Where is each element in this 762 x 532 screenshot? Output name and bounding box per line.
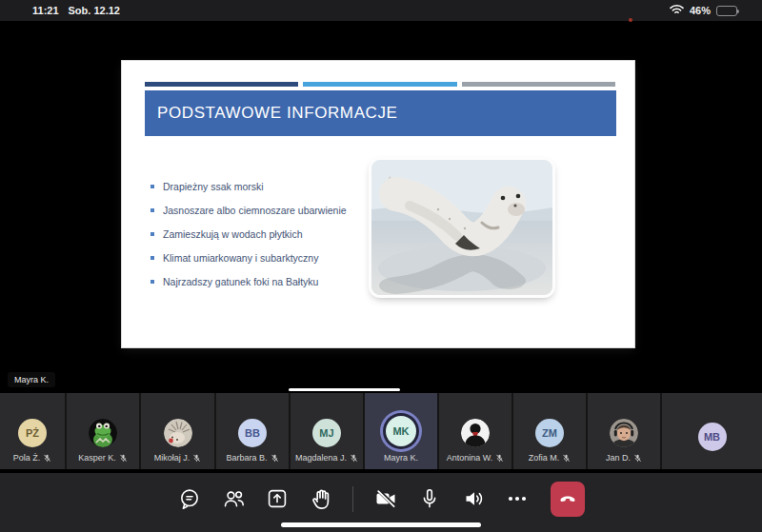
slide-accent-bars: [145, 82, 615, 87]
bullet-marker: [150, 185, 154, 188]
mic-muted-icon: [495, 454, 504, 463]
bullet-text: Drapieżny ssak morski: [163, 181, 264, 192]
recording-indicator-dot: [629, 18, 632, 22]
avatar-initials: ZM: [542, 427, 557, 439]
microphone-button[interactable]: [417, 478, 441, 520]
seal-photo: [371, 160, 552, 295]
bullet-item: Jasnoszare albo ciemnoszare ubarwienie: [150, 205, 389, 228]
participant-tile[interactable]: MB: [662, 393, 762, 469]
avatar: PŻ: [18, 419, 47, 447]
active-speaker-name: Mayra K.: [14, 375, 49, 384]
end-call-button[interactable]: [551, 482, 585, 517]
share-screen-icon: [266, 487, 289, 510]
avatar: MJ: [312, 419, 341, 447]
shared-content-stage[interactable]: PODSTAWOWE INFORMACJE Drapieżny ssak mor…: [0, 21, 762, 393]
avatar: MB: [698, 423, 727, 451]
mic-muted-icon: [119, 454, 128, 463]
date: Sob. 12.12: [69, 5, 120, 16]
bullet-item: Zamieszkują w wodach płytkich: [150, 228, 389, 252]
status-bar: 11:21 Sob. 12.12 46%: [0, 0, 762, 21]
participant-name: Antonina W.: [447, 453, 493, 463]
participant-name: Pola Ż.: [13, 453, 41, 463]
bullet-marker: [150, 232, 154, 236]
chat-icon: [178, 487, 201, 510]
accent-bar-light-blue: [303, 82, 456, 87]
participant-tile-active-speaker[interactable]: MK Mayra K.: [365, 393, 439, 469]
active-speaker-label: Mayra K.: [8, 372, 55, 387]
participant-tile[interactable]: ZM Zofia M.: [513, 393, 588, 469]
accent-bar-dark-blue: [145, 82, 298, 87]
bullet-marker: [150, 280, 154, 284]
avatar-initials: PŻ: [26, 427, 39, 439]
presentation-slide: PODSTAWOWE INFORMACJE Drapieżny ssak mor…: [122, 61, 634, 347]
filmstrip-scroll-indicator[interactable]: [289, 388, 400, 391]
slide-bullet-list: Drapieżny ssak morski Jasnoszare albo ci…: [150, 181, 389, 300]
accent-bar-gray: [462, 82, 615, 87]
microphone-icon: [418, 487, 441, 510]
bullet-item: Najrzadszy gatunek foki na Bałtyku: [150, 276, 389, 300]
mic-muted-icon: [192, 454, 201, 463]
bullet-item: Klimat umiarkowany i subarktyczny: [150, 252, 389, 276]
speaker-icon: [462, 487, 485, 510]
participants-button[interactable]: [221, 478, 245, 520]
man-photo-avatar: [610, 419, 638, 447]
hedgehog-avatar: [164, 419, 192, 447]
mic-muted-icon: [633, 454, 642, 463]
slide-title: PODSTAWOWE INFORMACJE: [157, 104, 397, 123]
camera-off-button[interactable]: [373, 478, 397, 520]
participant-name: Barbara B.: [226, 453, 267, 463]
wifi-icon: [670, 5, 684, 17]
kermit-frog-avatar: [89, 419, 117, 447]
avatar-initials: BB: [245, 427, 260, 439]
avatar: BB: [238, 419, 267, 447]
mic-muted-icon: [271, 454, 279, 463]
battery-icon: [716, 6, 737, 16]
home-indicator[interactable]: [281, 522, 481, 527]
raise-hand-button[interactable]: [309, 478, 332, 520]
participant-tile[interactable]: Antonina W.: [439, 393, 513, 469]
participant-name: Kasper K.: [78, 453, 116, 463]
bullet-text: Najrzadszy gatunek foki na Bałtyku: [163, 276, 318, 287]
slide-title-banner: PODSTAWOWE INFORMACJE: [145, 90, 616, 136]
camera-off-icon: [374, 487, 397, 510]
avatar: ZM: [535, 419, 564, 447]
clock: 11:21: [32, 5, 59, 16]
participant-name: Mayra K.: [384, 453, 418, 463]
bullet-text: Zamieszkują w wodach płytkich: [163, 228, 302, 240]
participant-name: Magdalena J.: [295, 453, 347, 463]
bullet-text: Jasnoszare albo ciemnoszare ubarwienie: [163, 205, 347, 216]
participant-tile[interactable]: Mikołaj J.: [141, 393, 216, 469]
participant-tile[interactable]: MJ Magdalena J.: [291, 393, 365, 469]
more-options-button[interactable]: [505, 478, 529, 520]
bullet-marker: [150, 256, 154, 260]
call-toolbar: [0, 473, 762, 532]
participant-tile[interactable]: BB Barbara B.: [216, 393, 291, 469]
mic-muted-icon: [43, 454, 51, 463]
participant-tile[interactable]: Jan D.: [588, 393, 662, 469]
bullet-item: Drapieżny ssak morski: [150, 181, 389, 205]
participant-tile[interactable]: Kasper K.: [67, 393, 141, 469]
chat-button[interactable]: [177, 478, 201, 520]
bullet-marker: [150, 208, 154, 212]
raise-hand-icon: [310, 487, 332, 510]
avatar: MK: [386, 416, 416, 446]
participant-filmstrip: PŻ Pola Ż. Kasper K. Mikołaj J. BB Barba…: [0, 393, 762, 469]
toolbar-divider: [352, 486, 353, 512]
participant-tile[interactable]: PŻ Pola Ż.: [0, 393, 67, 469]
avatar-initials: MB: [704, 431, 720, 443]
end-call-icon: [557, 488, 578, 509]
silhouette-avatar: [461, 419, 490, 447]
share-screen-button[interactable]: [265, 478, 289, 520]
participant-name: Zofia M.: [529, 453, 560, 463]
mic-muted-icon: [562, 454, 571, 463]
speaker-button[interactable]: [461, 478, 485, 520]
avatar-initials: MK: [392, 425, 409, 437]
more-icon: [506, 487, 529, 510]
avatar-initials: MJ: [319, 427, 333, 439]
battery-percent: 46%: [690, 5, 711, 16]
mic-muted-icon: [350, 454, 358, 463]
participant-name: Mikołaj J.: [154, 453, 190, 463]
bullet-text: Klimat umiarkowany i subarktyczny: [163, 252, 318, 264]
participant-name: Jan D.: [606, 453, 631, 463]
people-icon: [222, 487, 245, 510]
